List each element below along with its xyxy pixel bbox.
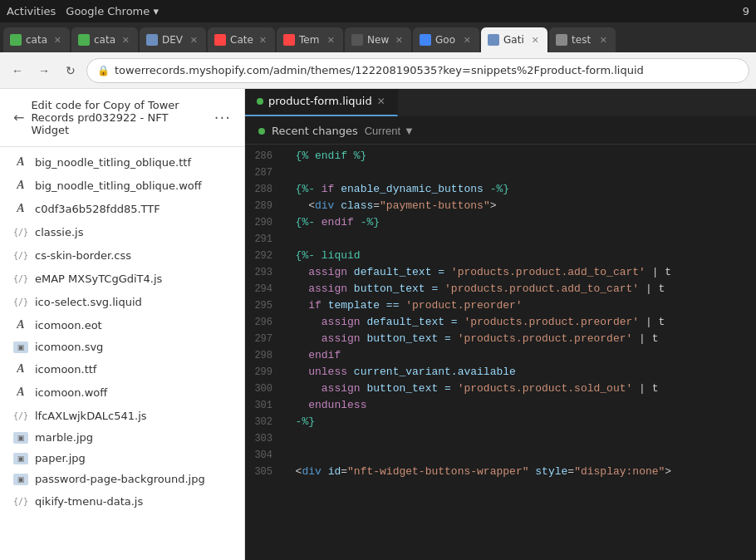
file-type-icon: ▣ bbox=[13, 453, 28, 464]
code-editor[interactable]: 286 {% endif %}287288 {%- if enable_dyna… bbox=[245, 145, 756, 560]
sidebar-more-icon[interactable]: ··· bbox=[214, 109, 231, 126]
recent-changes-label: Recent changes bbox=[272, 125, 358, 137]
file-item[interactable]: Abig_noodle_titling_oblique.woff bbox=[0, 174, 244, 197]
file-item[interactable]: {/}lfcAXLwjkDALc541.js bbox=[0, 404, 244, 427]
forward-button[interactable]: → bbox=[33, 60, 55, 81]
browser-tab-cate[interactable]: Cate✕ bbox=[208, 27, 275, 52]
browser-tab-test[interactable]: test✕ bbox=[549, 27, 616, 52]
file-item[interactable]: {/}ico-select.svg.liquid bbox=[0, 290, 244, 313]
browser-tab-new[interactable]: New✕ bbox=[345, 27, 411, 52]
tab-modified-dot bbox=[257, 98, 263, 105]
file-item[interactable]: ▣password-page-background.jpg bbox=[0, 469, 244, 489]
browser-tab-goo[interactable]: Goo✕ bbox=[413, 27, 479, 52]
line-number: 292 bbox=[245, 248, 282, 264]
line-content: unless current_variant.available bbox=[282, 364, 756, 381]
browser-tab-tem[interactable]: Tem✕ bbox=[277, 27, 343, 52]
file-type-icon: {/} bbox=[13, 248, 28, 263]
editor-tab-label: product-form.liquid bbox=[268, 95, 372, 107]
file-type-icon: {/} bbox=[13, 294, 28, 309]
line-content: assign button_text = 'products.product.a… bbox=[282, 281, 756, 297]
editor-tab-product-form[interactable]: product-form.liquid ✕ bbox=[245, 89, 398, 116]
file-name-label: ico-select.svg.liquid bbox=[35, 296, 142, 308]
tab-close-icon[interactable]: ✕ bbox=[52, 35, 63, 46]
line-number: 299 bbox=[245, 364, 282, 381]
file-type-icon: A bbox=[13, 201, 28, 216]
tab-close-icon[interactable]: ✕ bbox=[120, 35, 131, 46]
tab-close-icon[interactable]: ✕ bbox=[394, 35, 405, 46]
file-type-icon: ▣ bbox=[13, 474, 28, 485]
top-bar: Activities Google Chrome ▾ 9 bbox=[0, 0, 756, 22]
url-text: towerrecords.myshopify.com/admin/themes/… bbox=[115, 64, 644, 76]
file-name-label: icomoon.woff bbox=[35, 386, 107, 399]
tab-favicon bbox=[78, 34, 90, 46]
file-name-label: eMAP MXSyTCgGdiT4.js bbox=[35, 273, 162, 285]
editor-tabs: product-form.liquid ✕ bbox=[245, 89, 756, 118]
line-content: -%} bbox=[282, 414, 756, 430]
line-content: endunless bbox=[282, 397, 756, 414]
tab-close-icon[interactable]: ✕ bbox=[462, 35, 473, 46]
reload-button[interactable]: ↻ bbox=[60, 60, 81, 81]
line-number: 301 bbox=[245, 397, 282, 414]
lock-icon: 🔒 bbox=[97, 65, 110, 76]
browser-tab-dev[interactable]: DEV✕ bbox=[140, 27, 206, 52]
code-line: 298 endif bbox=[245, 347, 756, 364]
file-item[interactable]: ▣icomoon.svg bbox=[0, 336, 244, 357]
editor-tab-close-icon[interactable]: ✕ bbox=[377, 96, 385, 107]
code-line: 304 bbox=[245, 447, 756, 464]
file-item[interactable]: Abig_noodle_titling_oblique.ttf bbox=[0, 150, 244, 174]
line-number: 293 bbox=[245, 264, 282, 281]
tab-favicon bbox=[214, 34, 226, 46]
tab-favicon bbox=[420, 34, 431, 46]
tab-close-icon[interactable]: ✕ bbox=[326, 35, 336, 46]
tab-label: cata bbox=[26, 34, 47, 46]
sidebar-back-icon[interactable]: ← bbox=[13, 110, 24, 125]
file-item[interactable]: Aicomoon.eot bbox=[0, 313, 244, 336]
code-line: 294 assign button_text = 'products.produ… bbox=[245, 281, 756, 297]
file-name-label: lfcAXLwjkDALc541.js bbox=[35, 410, 147, 422]
line-content: {%- if enable_dynamic_buttons -%} bbox=[282, 181, 756, 198]
browser-tabs-bar: cata✕cata✕DEV✕Cate✕Tem✕New✕Goo✕Gati✕test… bbox=[0, 22, 756, 52]
tab-label: Cate bbox=[230, 34, 253, 46]
file-item[interactable]: ▣paper.jpg bbox=[0, 448, 244, 469]
browser-tab-cata2[interactable]: cata✕ bbox=[71, 27, 138, 52]
line-number: 294 bbox=[245, 281, 282, 297]
sidebar-header: ← Edit code for Copy of Tower Records pr… bbox=[0, 89, 244, 147]
line-number: 291 bbox=[245, 231, 282, 248]
file-item[interactable]: ▣marble.jpg bbox=[0, 427, 244, 448]
tab-close-icon[interactable]: ✕ bbox=[258, 35, 268, 46]
file-item[interactable]: {/}eMAP MXSyTCgGdiT4.js bbox=[0, 267, 244, 290]
line-number: 286 bbox=[245, 148, 282, 165]
file-item[interactable]: {/}cs-skin-border.css bbox=[0, 243, 244, 267]
file-item[interactable]: {/}classie.js bbox=[0, 220, 244, 243]
file-name-label: classie.js bbox=[35, 226, 83, 238]
file-item[interactable]: {/}qikify-tmenu-data.js bbox=[0, 489, 244, 513]
back-button[interactable]: ← bbox=[7, 60, 28, 81]
file-name-label: big_noodle_titling_oblique.ttf bbox=[35, 156, 191, 169]
current-button[interactable]: Current ▼ bbox=[365, 125, 415, 137]
line-number: 287 bbox=[245, 165, 282, 181]
line-number: 295 bbox=[245, 297, 282, 314]
line-content: {%- endif -%} bbox=[282, 214, 756, 231]
file-type-icon: {/} bbox=[13, 494, 28, 508]
browser-tab-gati[interactable]: Gati✕ bbox=[481, 27, 547, 52]
line-number: 304 bbox=[245, 447, 282, 464]
address-bar[interactable]: 🔒 towerrecords.myshopify.com/admin/theme… bbox=[86, 58, 749, 83]
file-type-icon: {/} bbox=[13, 271, 28, 286]
code-line: 301 endunless bbox=[245, 397, 756, 414]
code-line: 288 {%- if enable_dynamic_buttons -%} bbox=[245, 181, 756, 198]
line-content: assign default_text = 'products.product.… bbox=[282, 314, 756, 331]
tab-close-icon[interactable]: ✕ bbox=[530, 35, 541, 46]
editor-layout: ← Edit code for Copy of Tower Records pr… bbox=[0, 89, 756, 560]
code-line: 287 bbox=[245, 165, 756, 181]
tab-close-icon[interactable]: ✕ bbox=[598, 35, 609, 46]
activities-label[interactable]: Activities bbox=[7, 5, 56, 17]
browser-tab-cata1[interactable]: cata✕ bbox=[3, 27, 70, 52]
recent-changes-dot bbox=[258, 128, 265, 135]
tab-close-icon[interactable]: ✕ bbox=[189, 35, 199, 46]
code-line: 286 {% endif %} bbox=[245, 148, 756, 165]
file-item[interactable]: Aicomoon.ttf bbox=[0, 357, 244, 381]
file-item[interactable]: Aicomoon.woff bbox=[0, 381, 244, 404]
sidebar-title: Edit code for Copy of Tower Records prd0… bbox=[31, 99, 207, 136]
file-type-icon: {/} bbox=[13, 408, 28, 423]
file-item[interactable]: Ac0df3a6b528fdd85.TTF bbox=[0, 197, 244, 220]
